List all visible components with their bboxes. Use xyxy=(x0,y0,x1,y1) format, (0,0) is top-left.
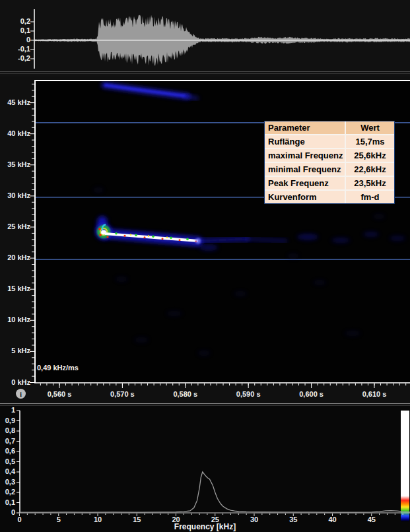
param-value: fm-d xyxy=(346,191,394,203)
param-name: maximal Frequenz xyxy=(265,149,346,162)
param-value: 22,6kHz xyxy=(346,163,394,176)
bat-call-trace xyxy=(96,221,405,251)
bat-call-analyzer-window: 0,49 kHz/ms i Parameter Wert Ruflänge 15… xyxy=(0,0,410,532)
spectrum-x-axis-title: Frequency [kHz] xyxy=(0,522,410,531)
param-value: 23,5kHz xyxy=(346,177,394,189)
param-value: 25,6kHz xyxy=(346,149,394,162)
table-row: minimal Frequenz 22,6kHz xyxy=(265,162,394,176)
harmonic-trace xyxy=(104,85,197,98)
panel-divider-3 xyxy=(0,403,410,404)
spectrum-panel[interactable] xyxy=(0,406,410,532)
oscillogram-panel[interactable] xyxy=(0,0,410,71)
table-header-wert: Wert xyxy=(346,121,394,134)
panel-divider xyxy=(0,71,410,72)
panel-divider-2 xyxy=(0,73,410,74)
info-icon-glyph: i xyxy=(20,390,22,398)
param-name: minimal Frequenz xyxy=(265,163,346,176)
table-row: Peak Frequenz 23,5kHz xyxy=(265,176,394,189)
intensity-colorbar xyxy=(401,411,409,521)
slope-readout: 0,49 kHz/ms xyxy=(37,364,79,372)
parameter-table: Parameter Wert Ruflänge 15,7ms maximal F… xyxy=(264,121,395,204)
table-row: maximal Frequenz 25,6kHz xyxy=(265,148,394,162)
table-header-parameter: Parameter xyxy=(265,121,346,134)
table-row: Ruflänge 15,7ms xyxy=(265,134,394,148)
param-name: Peak Frequenz xyxy=(265,177,346,189)
table-row: Kurvenform fm-d xyxy=(265,189,394,203)
background-noise xyxy=(93,187,385,356)
param-name: Ruflänge xyxy=(265,135,346,148)
info-icon[interactable]: i xyxy=(16,389,26,399)
param-value: 15,7ms xyxy=(346,135,394,148)
param-name: Kurvenform xyxy=(265,191,346,203)
table-header-row: Parameter Wert xyxy=(265,121,394,134)
